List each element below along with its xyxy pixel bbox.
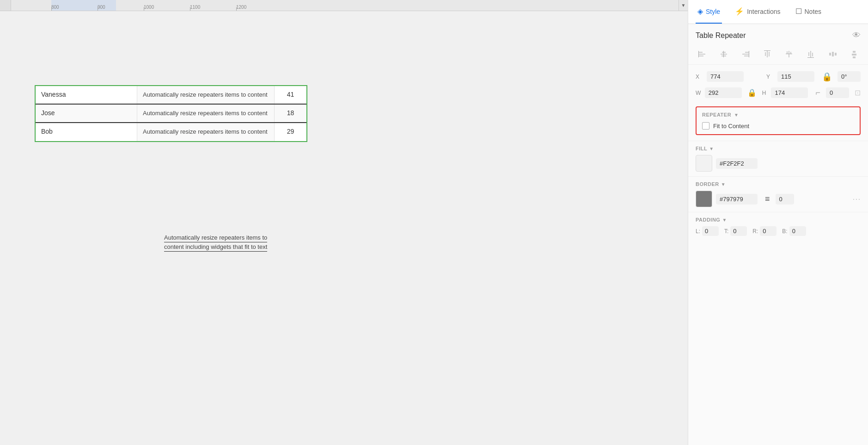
svg-rect-23: [807, 57, 814, 58]
svg-rect-15: [764, 50, 770, 51]
distribute-v-btn[interactable]: [848, 48, 861, 61]
right-panel: ◈ Style ⚡ Interactions ☐ Notes Table Rep…: [688, 0, 868, 445]
svg-rect-25: [832, 52, 834, 56]
svg-rect-28: [852, 54, 856, 56]
fill-color-swatch[interactable]: [696, 155, 712, 172]
distribute-h-btn[interactable]: [826, 48, 839, 61]
lock-size-icon: 🔒: [747, 88, 757, 97]
svg-rect-22: [812, 53, 813, 56]
tab-interactions-label: Interactions: [747, 8, 780, 15]
cell-desc-1: Automatically resize repeaters items to …: [137, 105, 274, 122]
ruler-corner: [0, 0, 11, 11]
border-width-input[interactable]: [776, 194, 794, 204]
padding-b-input[interactable]: [789, 226, 806, 236]
tab-interactions[interactable]: ⚡ Interactions: [733, 0, 782, 24]
cell-num-0: 41: [274, 86, 306, 104]
align-top-btn[interactable]: [761, 48, 774, 61]
cell-num-1: 18: [274, 105, 306, 122]
align-bottom-btn[interactable]: [804, 48, 817, 61]
x-input[interactable]: [707, 71, 744, 82]
ruler-highlight: [51, 0, 116, 11]
expand-icon: ⊡: [855, 88, 861, 97]
ruler-dropdown-icon[interactable]: ▼: [679, 0, 688, 11]
svg-rect-2: [699, 56, 703, 56]
ruler-top: 800 900 1000 1100 1200 ▼: [0, 0, 688, 11]
panel-body: Table Repeater 👁: [688, 24, 868, 445]
border-label: BORDER: [696, 181, 719, 187]
canvas-background: [0, 11, 688, 445]
align-left-btn[interactable]: [696, 48, 709, 61]
svg-rect-11: [749, 51, 749, 57]
fill-dropdown-icon[interactable]: ▼: [709, 146, 714, 151]
padding-t-input[interactable]: [730, 226, 747, 236]
padding-b-label: B:: [782, 228, 787, 235]
ruler-mark-1100: 1100: [190, 0, 200, 11]
rotation-input[interactable]: [837, 71, 861, 82]
svg-rect-27: [853, 51, 856, 53]
radius-icon: ⌐: [815, 88, 820, 98]
padding-label-row: PADDING ▼: [696, 217, 861, 222]
svg-rect-24: [829, 53, 831, 56]
table-row: Vanessa Automatically resize repeaters i…: [36, 86, 306, 104]
svg-rect-0: [699, 52, 703, 53]
position-row: X Y 🔒: [688, 68, 868, 85]
w-label: W: [696, 90, 701, 96]
border-width-icon: ≡: [765, 194, 770, 204]
w-input[interactable]: [705, 87, 742, 98]
svg-rect-16: [787, 51, 788, 54]
padding-t-item: T:: [724, 226, 747, 236]
fit-to-content-checkbox[interactable]: [702, 122, 709, 130]
align-middle-btn[interactable]: [782, 48, 795, 61]
svg-rect-14: [769, 52, 770, 56]
padding-r-label: R:: [752, 228, 758, 235]
border-color-row: ≡ ⋯: [696, 191, 861, 207]
tab-notes-label: Notes: [805, 8, 822, 15]
border-dropdown-icon[interactable]: ▼: [721, 182, 726, 187]
table-row: Bob Automatically resize repeaters items…: [36, 123, 306, 141]
repeater-dropdown-icon[interactable]: ▼: [734, 112, 739, 117]
align-center-btn[interactable]: [717, 48, 730, 61]
padding-dropdown-icon[interactable]: ▼: [722, 217, 727, 222]
cell-desc-2: Automatically resize repeaters items to …: [137, 123, 274, 141]
y-input[interactable]: [777, 71, 814, 82]
align-right-btn[interactable]: [739, 48, 752, 61]
tab-style[interactable]: ◈ Style: [696, 0, 722, 24]
h-input[interactable]: [771, 87, 808, 98]
visibility-icon[interactable]: 👁: [852, 31, 861, 40]
svg-rect-26: [835, 53, 837, 56]
repeater-section: REPEATER ▼ Fit to Content: [696, 106, 861, 135]
canvas-content: Vanessa Automatically resize repeaters i…: [0, 11, 688, 445]
svg-rect-19: [786, 54, 792, 54]
border-color-swatch[interactable]: [696, 191, 712, 207]
ruler-marks: 800 900 1000 1100 1200: [11, 0, 679, 11]
padding-l-input[interactable]: [702, 226, 719, 236]
svg-rect-9: [742, 54, 749, 55]
panel-title: Table Repeater: [696, 31, 746, 40]
cell-name-bob: Bob: [36, 123, 137, 141]
ruler-mark-900: 900: [98, 0, 105, 11]
fit-to-content-label: Fit to Content: [713, 123, 749, 130]
padding-l-label: L:: [696, 228, 700, 235]
padding-b-item: B:: [782, 226, 806, 236]
border-style-icon: ⋯: [852, 194, 861, 204]
notes-icon: ☐: [795, 7, 802, 16]
padding-label: PADDING: [696, 217, 720, 222]
tab-notes[interactable]: ☐ Notes: [794, 0, 824, 24]
svg-rect-20: [808, 52, 809, 56]
repeater-label: REPEATER: [702, 112, 731, 117]
border-color-input[interactable]: [716, 194, 758, 204]
padding-r-input[interactable]: [760, 226, 776, 236]
fill-section: FILL ▼: [688, 141, 868, 176]
ruler-mark-1000: 1000: [144, 0, 154, 11]
overflow-text: Automatically resize repeaters items to …: [164, 233, 270, 251]
radius-input[interactable]: [826, 87, 849, 98]
table-repeater-widget[interactable]: Vanessa Automatically resize repeaters i…: [35, 85, 307, 142]
fill-label-row: FILL ▼: [696, 146, 861, 151]
fill-color-input[interactable]: [716, 158, 758, 169]
align-tools: [688, 44, 868, 65]
panel-tabs: ◈ Style ⚡ Interactions ☐ Notes: [688, 0, 868, 24]
ruler-mark-1200: 1200: [236, 0, 246, 11]
h-label: H: [762, 90, 768, 96]
ruler-mark-800: 800: [51, 0, 59, 11]
padding-l-item: L:: [696, 226, 719, 236]
